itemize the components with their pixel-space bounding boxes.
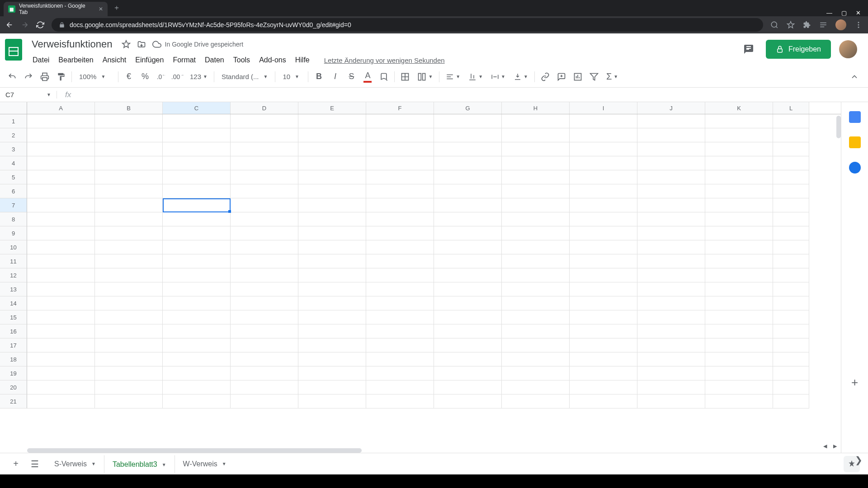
cell[interactable] [637, 128, 705, 142]
tasks-addon-icon[interactable] [849, 162, 861, 174]
add-sheet-button[interactable]: + [8, 456, 24, 472]
bold-button[interactable]: B [311, 69, 326, 84]
cell[interactable] [231, 128, 298, 142]
cell[interactable] [27, 184, 95, 198]
cell[interactable] [502, 282, 570, 296]
cell[interactable] [163, 128, 231, 142]
cell[interactable] [705, 296, 773, 310]
menu-tools[interactable]: Tools [230, 54, 254, 66]
zoom-select[interactable]: 100%▼ [75, 73, 115, 80]
cell[interactable] [502, 184, 570, 198]
increase-decimal-button[interactable]: .00→ [170, 69, 185, 84]
row-header[interactable]: 5 [0, 170, 27, 184]
cell[interactable] [366, 156, 434, 170]
cell[interactable] [434, 226, 502, 240]
merge-cells-button[interactable]: ▼ [414, 72, 436, 81]
cell[interactable] [502, 114, 570, 128]
cell[interactable] [502, 338, 570, 352]
cell[interactable] [570, 282, 637, 296]
cell[interactable] [637, 324, 705, 338]
cell[interactable] [773, 170, 809, 184]
cell[interactable] [27, 128, 95, 142]
cell[interactable] [570, 226, 637, 240]
back-icon[interactable] [5, 21, 14, 29]
cell[interactable] [705, 156, 773, 170]
cell[interactable] [298, 366, 366, 380]
cell[interactable] [502, 380, 570, 394]
cell[interactable] [502, 310, 570, 324]
cell[interactable] [95, 212, 163, 226]
cell[interactable] [434, 268, 502, 282]
sheet-tab[interactable]: S-Verweis▼ [46, 455, 104, 473]
cell[interactable] [637, 142, 705, 156]
cell[interactable] [570, 114, 637, 128]
cell[interactable] [163, 226, 231, 240]
cell[interactable] [705, 380, 773, 394]
reload-icon[interactable] [36, 21, 44, 29]
insert-link-button[interactable] [538, 69, 553, 84]
cell[interactable] [637, 212, 705, 226]
row-header[interactable]: 20 [0, 380, 27, 394]
percent-button[interactable]: % [137, 69, 153, 84]
cell[interactable] [502, 142, 570, 156]
cell[interactable] [705, 394, 773, 408]
cell[interactable] [366, 254, 434, 268]
cell[interactable] [163, 114, 231, 128]
maximize-icon[interactable]: ▢ [841, 9, 847, 16]
h-align-button[interactable]: ▼ [442, 73, 464, 81]
cell[interactable] [773, 226, 809, 240]
cell[interactable] [434, 338, 502, 352]
column-header[interactable]: J [637, 102, 705, 114]
cell[interactable] [366, 394, 434, 408]
cell[interactable] [298, 338, 366, 352]
cell[interactable] [434, 324, 502, 338]
cell[interactable] [434, 128, 502, 142]
cell[interactable] [637, 366, 705, 380]
cell[interactable] [434, 394, 502, 408]
cell[interactable] [637, 254, 705, 268]
cell[interactable] [27, 296, 95, 310]
cell[interactable] [95, 296, 163, 310]
filter-button[interactable] [586, 69, 602, 84]
cell[interactable] [570, 170, 637, 184]
cell[interactable] [27, 394, 95, 408]
cell[interactable] [705, 114, 773, 128]
cell[interactable] [434, 296, 502, 310]
column-header[interactable]: E [298, 102, 366, 114]
cell[interactable] [231, 296, 298, 310]
cell[interactable] [570, 310, 637, 324]
cell[interactable] [502, 226, 570, 240]
row-header[interactable]: 8 [0, 212, 27, 226]
menu-datei[interactable]: Datei [29, 54, 53, 66]
cell[interactable] [231, 282, 298, 296]
scroll-left-button[interactable]: ◀ [821, 442, 829, 450]
cell[interactable] [298, 156, 366, 170]
cell[interactable] [95, 282, 163, 296]
cell[interactable] [27, 366, 95, 380]
cell[interactable] [163, 268, 231, 282]
cell[interactable] [637, 310, 705, 324]
cell[interactable] [366, 366, 434, 380]
cell[interactable] [570, 324, 637, 338]
add-addon-button[interactable]: + [851, 375, 858, 389]
cell[interactable] [637, 282, 705, 296]
cell[interactable] [366, 380, 434, 394]
cell[interactable] [298, 296, 366, 310]
cell[interactable] [637, 198, 705, 212]
cell[interactable] [27, 310, 95, 324]
paint-format-button[interactable] [53, 69, 69, 84]
cell[interactable] [705, 240, 773, 254]
cell[interactable] [502, 254, 570, 268]
cell[interactable] [773, 198, 809, 212]
cell[interactable] [231, 366, 298, 380]
chevron-down-icon[interactable]: ▼ [222, 461, 226, 466]
cell[interactable] [502, 394, 570, 408]
cell[interactable] [434, 184, 502, 198]
cell[interactable] [502, 352, 570, 366]
column-header[interactable]: H [502, 102, 570, 114]
cell[interactable] [298, 282, 366, 296]
cell[interactable] [27, 226, 95, 240]
cell[interactable] [773, 240, 809, 254]
currency-button[interactable]: € [121, 69, 137, 84]
cell[interactable] [298, 254, 366, 268]
